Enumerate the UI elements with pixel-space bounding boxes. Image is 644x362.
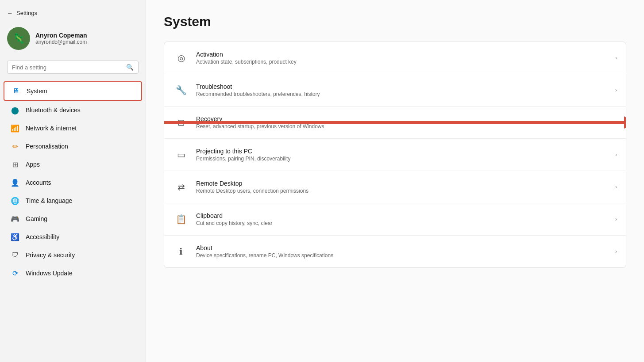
accessibility-icon: ♿: [11, 232, 19, 241]
sidebar: ← Settings 🦎 Anyron Copeman anyrondc@gma…: [0, 0, 146, 362]
chevron-icon: ›: [615, 216, 617, 222]
troubleshoot-text: Troubleshoot Recommended troubleshooters…: [196, 83, 610, 97]
sidebar-label-system: System: [27, 88, 47, 95]
sidebar-label-accessibility: Accessibility: [26, 233, 59, 240]
sidebar-label-windows-update: Windows Update: [26, 270, 73, 277]
app-title: Settings: [16, 10, 37, 16]
troubleshoot-title: Troubleshoot: [196, 83, 610, 90]
projecting-icon: ▭: [173, 147, 189, 163]
projecting-title: Projecting to this PC: [196, 148, 610, 155]
sidebar-item-gaming[interactable]: 🎮 Gaming: [4, 210, 142, 228]
clipboard-icon: 📋: [173, 211, 189, 227]
back-button[interactable]: ← Settings: [0, 7, 146, 19]
sidebar-label-gaming: Gaming: [26, 215, 47, 222]
windows-update-icon: ⟳: [11, 269, 19, 278]
network-icon: 📶: [11, 124, 19, 133]
sidebar-item-apps[interactable]: ⊞ Apps: [4, 156, 142, 173]
troubleshoot-icon: 🔧: [173, 82, 189, 98]
avatar: 🦎: [7, 27, 30, 50]
apps-icon: ⊞: [11, 160, 19, 169]
bluetooth-icon: ⬤: [11, 106, 19, 114]
setting-item-projecting[interactable]: ▭ Projecting to this PC Permissions, pai…: [164, 139, 626, 171]
remote-desktop-desc: Remote Desktop users, connection permiss…: [196, 188, 610, 194]
gaming-icon: 🎮: [11, 214, 19, 223]
search-box[interactable]: 🔍: [7, 61, 139, 74]
settings-list: ◎ Activation Activation state, subscript…: [164, 42, 626, 268]
user-section: 🦎 Anyron Copeman anyrondc@gmail.com: [0, 23, 146, 57]
sidebar-item-network[interactable]: 📶 Network & internet: [4, 119, 142, 137]
main-content: System ◎ Activation Activation state, su…: [146, 0, 644, 362]
sidebar-item-windows-update[interactable]: ⟳ Windows Update: [4, 264, 142, 282]
activation-desc: Activation state, subscriptions, product…: [196, 59, 610, 65]
chevron-icon: ›: [615, 248, 617, 255]
about-desc: Device specifications, rename PC, Window…: [196, 252, 610, 259]
remote-desktop-title: Remote Desktop: [196, 180, 610, 187]
clipboard-desc: Cut and copy history, sync, clear: [196, 220, 610, 226]
clipboard-title: Clipboard: [196, 212, 610, 219]
personalisation-icon: ✏: [11, 142, 19, 151]
user-name: Anyron Copeman: [35, 32, 87, 39]
activation-text: Activation Activation state, subscriptio…: [196, 51, 610, 65]
back-icon: ←: [7, 10, 13, 16]
privacy-security-icon: 🛡: [11, 251, 19, 259]
sidebar-item-privacy-security[interactable]: 🛡 Privacy & security: [4, 246, 142, 264]
recovery-icon: ⊟: [173, 114, 189, 130]
projecting-desc: Permissions, pairing PIN, discoverabilit…: [196, 156, 610, 162]
clipboard-text: Clipboard Cut and copy history, sync, cl…: [196, 212, 610, 226]
chevron-icon: ›: [615, 184, 617, 190]
sidebar-item-personalisation[interactable]: ✏ Personalisation: [4, 137, 142, 155]
chevron-icon: ›: [615, 55, 617, 61]
about-icon: ℹ: [173, 244, 189, 259]
sidebar-label-accounts: Accounts: [26, 179, 51, 186]
chevron-icon: ›: [615, 87, 617, 93]
recovery-title: Recovery: [196, 115, 617, 122]
time-language-icon: 🌐: [11, 196, 19, 205]
setting-item-clipboard[interactable]: 📋 Clipboard Cut and copy history, sync, …: [164, 203, 626, 236]
setting-item-recovery[interactable]: ⊟ Recovery Reset, advanced startup, prev…: [164, 107, 626, 139]
remote-desktop-text: Remote Desktop Remote Desktop users, con…: [196, 180, 610, 194]
setting-item-remote-desktop[interactable]: ⇄ Remote Desktop Remote Desktop users, c…: [164, 171, 626, 203]
user-email: anyrondc@gmail.com: [35, 39, 87, 45]
accounts-icon: 👤: [11, 178, 19, 187]
nav-list: 🖥 System ⬤ Bluetooth & devices 📶 Network…: [0, 81, 146, 282]
recovery-desc: Reset, advanced startup, previous versio…: [196, 123, 617, 130]
setting-item-about[interactable]: ℹ About Device specifications, rename PC…: [164, 236, 626, 267]
remote-desktop-icon: ⇄: [173, 179, 189, 195]
chevron-icon: ›: [615, 152, 617, 158]
activation-icon: ◎: [173, 50, 189, 66]
sidebar-label-time-language: Time & language: [26, 197, 72, 204]
sidebar-item-accounts[interactable]: 👤 Accounts: [4, 174, 142, 191]
setting-item-troubleshoot[interactable]: 🔧 Troubleshoot Recommended troubleshoote…: [164, 74, 626, 107]
setting-item-activation[interactable]: ◎ Activation Activation state, subscript…: [164, 42, 626, 74]
about-title: About: [196, 244, 610, 251]
sidebar-item-bluetooth[interactable]: ⬤ Bluetooth & devices: [4, 101, 142, 119]
sidebar-item-system[interactable]: 🖥 System: [4, 81, 142, 101]
search-icon: 🔍: [126, 64, 134, 71]
search-input[interactable]: [12, 64, 123, 71]
system-icon: 🖥: [12, 87, 20, 95]
about-text: About Device specifications, rename PC, …: [196, 244, 610, 259]
sidebar-label-bluetooth: Bluetooth & devices: [26, 107, 81, 114]
sidebar-item-time-language[interactable]: 🌐 Time & language: [4, 192, 142, 210]
sidebar-label-privacy-security: Privacy & security: [26, 251, 75, 259]
sidebar-item-accessibility[interactable]: ♿ Accessibility: [4, 228, 142, 246]
sidebar-label-apps: Apps: [26, 161, 40, 168]
troubleshoot-desc: Recommended troubleshooters, preferences…: [196, 91, 610, 97]
activation-title: Activation: [196, 51, 610, 58]
user-info: Anyron Copeman anyrondc@gmail.com: [35, 32, 87, 45]
sidebar-label-personalisation: Personalisation: [26, 143, 68, 150]
sidebar-label-network: Network & internet: [26, 125, 77, 132]
recovery-text: Recovery Reset, advanced startup, previo…: [196, 115, 617, 130]
projecting-text: Projecting to this PC Permissions, pairi…: [196, 148, 610, 162]
page-title: System: [164, 14, 626, 29]
